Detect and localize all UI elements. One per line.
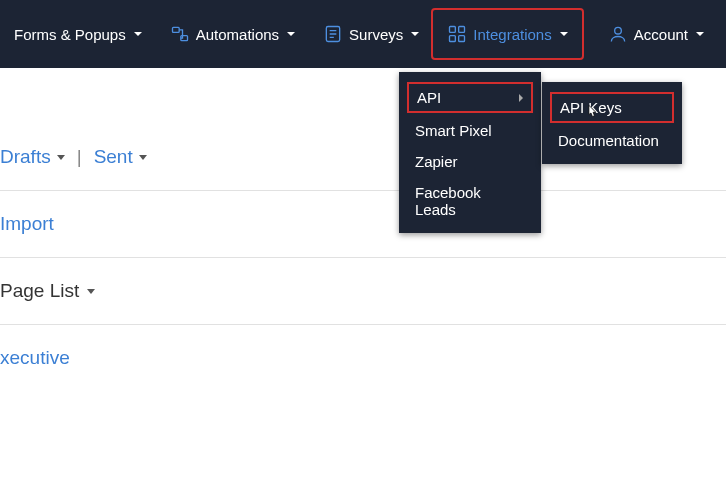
nav-account[interactable]: Account [594,11,718,57]
chevron-right-icon [519,94,523,102]
nav-left-group: Forms & Popups Automations Surveys Integ… [0,0,582,68]
caret-down-icon [411,32,419,36]
nav-right-group: Account [594,11,718,57]
api-submenu: API Keys Documentation [542,82,682,164]
menu-item-facebook-leads[interactable]: Facebook Leads [399,177,541,225]
nav-surveys-label: Surveys [349,26,403,43]
import-link[interactable]: Import [0,213,54,234]
menu-item-label: Smart Pixel [415,122,492,139]
cursor-pointer-icon [584,104,598,122]
page-list-dropdown[interactable]: Page List [0,280,726,302]
caret-down-icon [57,155,65,160]
tab-label: Drafts [0,146,51,168]
caret-down-icon [560,32,568,36]
integrations-icon [447,24,467,44]
submenu-item-documentation[interactable]: Documentation [542,125,682,156]
tab-sent[interactable]: Sent [94,146,147,168]
caret-down-icon [87,289,95,294]
svg-rect-6 [459,36,465,42]
menu-item-api-label: API [417,89,441,106]
surveys-icon [323,24,343,44]
separator: | [71,146,88,168]
nav-automations[interactable]: Automations [156,11,309,57]
nav-integrations-label: Integrations [473,26,551,43]
menu-item-label: Zapier [415,153,458,170]
page-list-row: Page List [0,258,726,325]
svg-rect-4 [459,27,465,33]
integrations-dropdown: API Smart Pixel Zapier Facebook Leads [399,72,541,233]
top-navbar: Forms & Popups Automations Surveys Integ… [0,0,726,68]
truncated-link[interactable]: xecutive [0,347,70,368]
caret-down-icon [134,32,142,36]
nav-forms-popups[interactable]: Forms & Popups [0,11,156,57]
caret-down-icon [696,32,704,36]
nav-integrations[interactable]: Integrations [431,8,583,60]
nav-surveys[interactable]: Surveys [309,11,433,57]
svg-rect-5 [450,36,456,42]
nav-account-label: Account [634,26,688,43]
tab-drafts[interactable]: Drafts [0,146,65,168]
page-list-label: Page List [0,280,79,302]
tab-label: Sent [94,146,133,168]
bottom-row: xecutive [0,325,726,391]
submenu-item-label: Documentation [558,132,659,149]
automations-icon [170,24,190,44]
menu-item-api[interactable]: API [407,82,533,113]
submenu-item-api-keys[interactable]: API Keys [550,92,674,123]
caret-down-icon [139,155,147,160]
menu-item-label: Facebook Leads [415,184,525,218]
nav-automations-label: Automations [196,26,279,43]
import-row: Import [0,191,726,258]
svg-rect-0 [172,27,179,32]
account-icon [608,24,628,44]
menu-item-smart-pixel[interactable]: Smart Pixel [399,115,541,146]
menu-item-zapier[interactable]: Zapier [399,146,541,177]
svg-point-7 [614,27,621,34]
caret-down-icon [287,32,295,36]
nav-forms-label: Forms & Popups [14,26,126,43]
svg-rect-3 [450,27,456,33]
